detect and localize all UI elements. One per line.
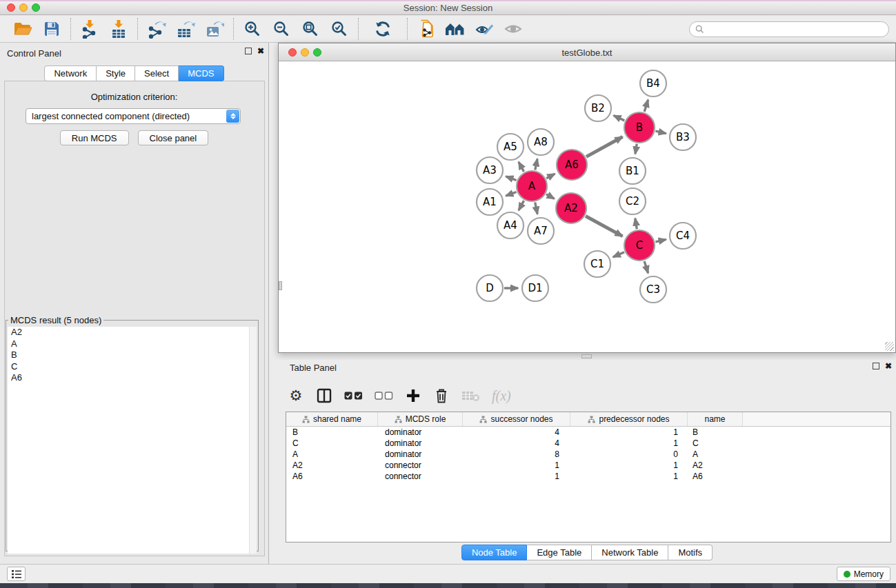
graph-node-label-A2: A2 [564,202,578,214]
graph-edge-C-C2[interactable] [635,219,637,230]
graph-edge-A2-C[interactable] [586,216,622,236]
zoom-out-icon[interactable] [267,17,296,41]
graph-edge-A-A3[interactable] [506,176,516,181]
result-item-a2[interactable]: A2 [8,327,257,338]
zoom-selected-icon[interactable] [325,17,354,41]
table-close-icon[interactable]: ✖ [885,363,892,369]
table-cell: B [688,427,743,438]
close-panel-button[interactable]: Close panel [138,130,209,145]
graph-edge-C-C1[interactable] [613,252,624,257]
memory-button[interactable]: Memory [837,567,890,581]
float-panel-icon[interactable] [245,48,252,54]
table-row[interactable]: Cdominator41C [286,438,890,449]
table-row[interactable]: Bdominator41B [286,427,890,438]
import-network-icon[interactable] [75,17,104,41]
criterion-dropdown[interactable]: largest connected component (directed) [26,108,241,124]
birds-eye-view-icon[interactable] [441,17,470,41]
table-cell: A [286,449,378,460]
graph-edge-B-B1[interactable] [635,144,637,154]
search-field[interactable] [689,21,889,37]
show-hide-details-icon[interactable] [499,17,528,41]
search-input[interactable] [707,23,888,36]
deselect-all-icon[interactable] [375,385,393,406]
tab-select[interactable]: Select [135,65,179,81]
import-table-icon[interactable] [104,17,133,41]
select-all-icon[interactable] [344,385,363,406]
table-cell: 1 [570,438,688,449]
table-row[interactable]: A2connector11A2 [286,460,890,471]
column-header-successor-nodes[interactable]: successor nodes [463,412,570,426]
delete-column-icon[interactable] [433,385,450,406]
graph-node-label-C2: C2 [626,195,639,207]
column-tree-icon [302,416,310,423]
refresh-icon[interactable] [368,17,397,41]
show-columns-icon[interactable] [316,385,332,406]
graph-edge-A-A1[interactable] [506,192,516,196]
network-canvas[interactable]: B4B2BB3A5A8A6B1A3AC2A1A2A4A7C4CC1C3DD1 [279,62,895,352]
run-mcds-button[interactable]: Run MCDS [60,130,129,145]
graph-edge-C-C3[interactable] [644,261,648,273]
graph-edge-B-B4[interactable] [644,100,648,112]
table-cell: B [286,427,378,438]
graph-edge-A-A8[interactable] [535,159,537,170]
function-builder-icon: f(x) [492,385,511,406]
column-header-name[interactable]: name [688,412,743,426]
result-item-a[interactable]: A [8,338,257,350]
graph-edge-B-B3[interactable] [655,131,666,133]
result-item-a6[interactable]: A6 [8,372,257,384]
new-network-from-selection-icon[interactable] [412,17,441,41]
graph-edge-B-B2[interactable] [614,116,625,121]
horizontal-splitter-grip[interactable] [581,354,592,358]
show-panels-button[interactable] [7,567,26,581]
tab-network[interactable]: Network [44,65,97,81]
graphics-details-icon[interactable] [470,17,499,41]
tab-mcds[interactable]: MCDS [179,65,223,81]
column-header-predecessor-nodes[interactable]: predecessor nodes [570,412,688,426]
column-header-shared-name[interactable]: shared name [286,412,378,426]
graph-edge-A-A4[interactable] [519,201,524,210]
network-window-title: testGlobe.txt [279,48,895,58]
canvas-left-grip[interactable] [279,281,282,290]
close-panel-icon[interactable]: ✖ [257,48,264,54]
tab-style[interactable]: Style [97,65,135,81]
column-header-MCDS-role[interactable]: MCDS role [378,412,463,426]
table-float-icon[interactable] [873,363,879,369]
open-file-icon[interactable] [8,17,37,41]
graph-edge-C-C4[interactable] [655,239,666,241]
graph-edge-A-A2[interactable] [546,194,555,199]
export-table-icon[interactable] [171,17,200,41]
table-cell: 8 [463,449,570,460]
table-tab-node-table[interactable]: Node Table [461,545,528,560]
result-scrollbar[interactable] [249,327,257,554]
table-tab-edge-table[interactable]: Edge Table [527,545,592,560]
column-tree-icon [395,416,402,423]
table-cell: A [688,449,743,460]
graph-edge-A6-B[interactable] [586,137,622,157]
table-cell: dominator [378,449,463,460]
table-tab-network-table[interactable]: Network Table [592,545,668,560]
table-row[interactable]: A6connector11A6 [286,471,890,482]
table-toolbar: ⚙ f(x) [288,382,511,409]
export-network-icon[interactable] [142,17,171,41]
graph-edge-A-A6[interactable] [546,174,555,178]
table-tab-motifs[interactable]: Motifs [668,545,713,560]
table-cell: A2 [688,460,743,471]
save-session-icon[interactable] [37,17,66,41]
table-row[interactable]: Adominator80A [286,449,890,460]
table-settings-icon[interactable]: ⚙ [288,385,304,406]
table-cell: 1 [570,427,688,438]
memory-status-icon [844,571,850,578]
graph-edge-A-A5[interactable] [519,162,524,172]
graph-edge-A-A7[interactable] [535,203,537,214]
window-resize-grip[interactable] [885,342,894,351]
export-image-icon[interactable] [200,17,229,41]
zoom-in-icon[interactable] [238,17,267,41]
toolbar-separator [407,18,408,40]
graph-node-label-D1: D1 [528,282,542,294]
zoom-fit-icon[interactable] [296,17,325,41]
graph-node-label-A: A [528,180,536,192]
result-item-b[interactable]: B [8,349,257,361]
network-window-titlebar[interactable]: testGlobe.txt [279,43,895,61]
add-column-icon[interactable] [405,385,421,406]
result-item-c[interactable]: C [8,361,257,373]
